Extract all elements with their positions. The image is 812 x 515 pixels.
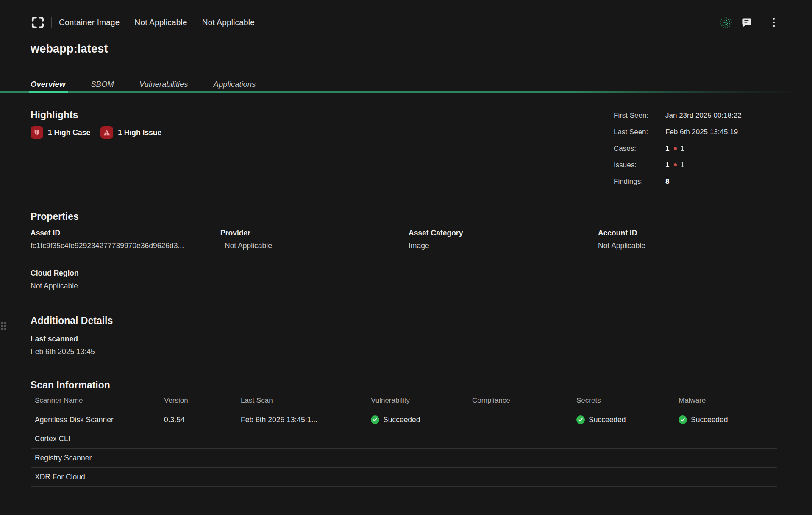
breadcrumb-asset-type: Container Image bbox=[59, 18, 120, 27]
additional-details-section: Additional Details Last scanned Feb 6th … bbox=[31, 314, 113, 356]
table-row[interactable]: Cortex CLI bbox=[31, 429, 777, 449]
success-check-icon bbox=[371, 415, 379, 424]
col-malware: Malware bbox=[674, 396, 777, 410]
last-scanned-label: Last scanned bbox=[31, 335, 113, 343]
table-row[interactable]: Agentless Disk Scanner 0.3.54 Feb 6th 20… bbox=[31, 410, 777, 429]
cases-label: Cases: bbox=[614, 144, 665, 153]
status-label: Succeeded bbox=[589, 415, 626, 424]
scanner-name-cell: XDR For Cloud bbox=[31, 468, 160, 487]
high-issue-badge[interactable]: 1 High Issue bbox=[100, 126, 161, 139]
cloud-region-label: Cloud Region bbox=[31, 269, 220, 278]
tab-bar: Overview SBOM Vulnerabilities Applicatio… bbox=[0, 75, 812, 93]
ai-copilot-icon[interactable] bbox=[719, 15, 733, 30]
first-seen-row: First Seen: Jan 23rd 2025 00:18:22 bbox=[614, 107, 742, 124]
divider bbox=[127, 17, 127, 28]
issue-warning-icon bbox=[100, 126, 113, 139]
asset-id-label: Asset ID bbox=[31, 229, 220, 238]
col-version: Version bbox=[160, 396, 236, 410]
cases-count: 1 bbox=[665, 144, 669, 153]
table-row[interactable]: Registry Scanner bbox=[31, 449, 777, 468]
account-id-value: Not Applicable bbox=[598, 241, 777, 250]
property-provider: Provider Not Applicable bbox=[220, 229, 409, 250]
compliance-status-cell bbox=[468, 410, 572, 429]
high-case-label: 1 High Case bbox=[48, 128, 90, 137]
issues-label: Issues: bbox=[614, 161, 665, 169]
divider bbox=[51, 17, 52, 28]
breadcrumb-item: Not Applicable bbox=[202, 18, 255, 27]
additional-details-heading: Additional Details bbox=[31, 314, 113, 327]
asset-category-label: Asset Category bbox=[409, 229, 598, 238]
success-check-icon bbox=[679, 415, 687, 424]
cases-row: Cases: 1 1 bbox=[614, 140, 742, 157]
first-seen-value: Jan 23rd 2025 00:18:22 bbox=[665, 111, 742, 120]
issues-high-count: 1 bbox=[680, 161, 684, 169]
divider bbox=[762, 17, 762, 28]
provider-label: Provider bbox=[220, 229, 409, 238]
findings-label: Findings: bbox=[614, 177, 665, 186]
issues-count: 1 bbox=[665, 161, 669, 169]
last-seen-value: Feb 6th 2025 13:45:19 bbox=[665, 128, 738, 136]
status-label: Succeeded bbox=[383, 415, 420, 424]
col-scanner-name: Scanner Name bbox=[31, 396, 160, 410]
findings-count: 8 bbox=[665, 177, 669, 186]
high-case-badge[interactable]: 1 High Case bbox=[31, 126, 90, 139]
tab-sbom[interactable]: SBOM bbox=[91, 75, 114, 93]
col-last-scan: Last Scan bbox=[236, 396, 367, 410]
scan-information-table: Scanner Name Version Last Scan Vulnerabi… bbox=[31, 396, 777, 487]
col-vulnerability: Vulnerability bbox=[367, 396, 468, 410]
properties-grid: Asset ID fc1fc9f35c4fe929234277739970e36… bbox=[31, 229, 777, 291]
status-label: Succeeded bbox=[691, 415, 728, 424]
chat-feedback-icon[interactable] bbox=[742, 17, 752, 28]
last-seen-label: Last Seen: bbox=[614, 128, 665, 136]
top-bar: Container Image Not Applicable Not Appli… bbox=[0, 0, 812, 45]
success-check-icon bbox=[576, 415, 585, 424]
last-scan-cell: Feb 6th 2025 13:45:1... bbox=[236, 410, 367, 429]
page-title: webapp:latest bbox=[31, 41, 108, 57]
cloud-region-value: Not Applicable bbox=[31, 282, 220, 291]
severity-dot-icon bbox=[674, 147, 677, 150]
asset-category-value: Image bbox=[409, 241, 598, 250]
tab-overview[interactable]: Overview bbox=[31, 75, 65, 93]
case-shield-icon bbox=[31, 126, 43, 139]
kebab-menu-icon[interactable] bbox=[771, 16, 777, 29]
version-cell: 0.3.54 bbox=[160, 410, 236, 429]
scan-information-heading: Scan Information bbox=[31, 379, 110, 391]
provider-value: Not Applicable bbox=[220, 241, 409, 250]
col-compliance: Compliance bbox=[468, 396, 572, 410]
col-secrets: Secrets bbox=[572, 396, 674, 410]
breadcrumb-item: Not Applicable bbox=[134, 18, 187, 27]
account-id-label: Account ID bbox=[598, 229, 777, 238]
panel-drag-handle[interactable] bbox=[1, 322, 6, 330]
scanner-name-cell: Cortex CLI bbox=[31, 429, 160, 449]
high-issue-label: 1 High Issue bbox=[118, 128, 161, 137]
cases-high-count: 1 bbox=[680, 144, 684, 153]
container-image-icon bbox=[31, 16, 44, 29]
table-header-row: Scanner Name Version Last Scan Vulnerabi… bbox=[31, 396, 777, 410]
properties-heading: Properties bbox=[31, 210, 79, 223]
tab-applications[interactable]: Applications bbox=[214, 75, 256, 93]
table-row[interactable]: XDR For Cloud bbox=[31, 468, 777, 487]
vulnerability-status-cell: Succeeded bbox=[367, 410, 468, 429]
scanner-name-cell: Agentless Disk Scanner bbox=[31, 410, 160, 429]
severity-dot-icon bbox=[674, 163, 677, 166]
highlights-heading: Highlights bbox=[31, 108, 78, 121]
property-cloud-region: Cloud Region Not Applicable bbox=[31, 269, 220, 291]
first-seen-label: First Seen: bbox=[614, 111, 665, 120]
tab-vulnerabilities[interactable]: Vulnerabilities bbox=[139, 75, 188, 93]
secrets-status-cell: Succeeded bbox=[572, 410, 674, 429]
last-scanned-value: Feb 6th 2025 13:45 bbox=[31, 347, 113, 356]
scanner-name-cell: Registry Scanner bbox=[31, 449, 160, 468]
highlight-badges: 1 High Case 1 High Issue bbox=[31, 126, 161, 139]
divider bbox=[195, 17, 195, 28]
property-asset-id: Asset ID fc1fc9f35c4fe929234277739970e36… bbox=[31, 229, 220, 250]
property-asset-category: Asset Category Image bbox=[409, 229, 598, 250]
issues-row: Issues: 1 1 bbox=[614, 157, 742, 173]
last-seen-row: Last Seen: Feb 6th 2025 13:45:19 bbox=[614, 124, 742, 140]
asset-id-value: fc1fc9f35c4fe929234277739970e36d9626d3..… bbox=[31, 241, 220, 250]
asset-summary-panel: First Seen: Jan 23rd 2025 00:18:22 Last … bbox=[598, 107, 742, 190]
malware-status-cell: Succeeded bbox=[674, 410, 777, 429]
findings-row: Findings: 8 bbox=[614, 173, 742, 190]
property-account-id: Account ID Not Applicable bbox=[598, 229, 777, 250]
topbar-actions bbox=[719, 15, 777, 30]
